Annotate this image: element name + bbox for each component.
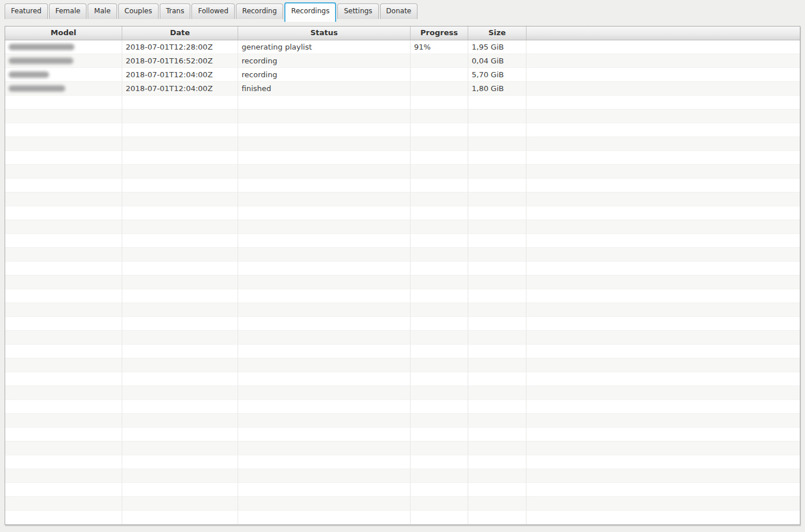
cell-filler	[526, 372, 800, 386]
cell-progress	[411, 483, 468, 497]
tab-featured[interactable]: Featured	[5, 3, 48, 19]
cell-progress	[411, 442, 468, 455]
column-header-date[interactable]: Date	[122, 27, 238, 40]
cell-size	[468, 220, 526, 234]
cell-date: 2018-07-01T12:28:00Z	[122, 40, 238, 54]
cell-status: recording	[238, 54, 411, 68]
column-header-status[interactable]: Status	[238, 27, 411, 40]
redacted-model-name	[9, 44, 74, 50]
tab-donate[interactable]: Donate	[380, 3, 418, 19]
cell-date	[122, 137, 238, 151]
cell-filler	[526, 317, 800, 331]
cell-filler	[526, 303, 800, 317]
cell-date	[122, 123, 238, 137]
cell-filler	[526, 442, 800, 455]
cell-filler	[526, 469, 800, 483]
recording-row[interactable]: 2018-07-01T16:52:00Zrecording0,04 GiB	[5, 54, 800, 68]
tab-male[interactable]: Male	[88, 3, 116, 19]
cell-date	[122, 331, 238, 345]
cell-size: 5,70 GiB	[468, 68, 526, 82]
cell-filler	[526, 345, 800, 359]
tab-female[interactable]: Female	[49, 3, 86, 19]
cell-progress	[411, 151, 468, 165]
cell-progress	[411, 386, 468, 400]
cell-model	[5, 220, 122, 234]
cell-model	[5, 289, 122, 303]
empty-row	[5, 386, 800, 400]
empty-row	[5, 303, 800, 317]
cell-filler	[526, 96, 800, 110]
tab-recordings[interactable]: Recordings	[284, 2, 336, 22]
cell-model	[5, 206, 122, 220]
cell-size	[468, 400, 526, 414]
cell-date	[122, 442, 238, 455]
cell-progress	[411, 317, 468, 331]
cell-date	[122, 206, 238, 220]
cell-date	[122, 345, 238, 359]
cell-progress: 91%	[411, 40, 468, 54]
tab-couples[interactable]: Couples	[118, 3, 159, 19]
cell-progress	[411, 428, 468, 442]
cell-progress	[411, 414, 468, 428]
tab-followed[interactable]: Followed	[191, 3, 235, 19]
cell-status	[238, 151, 411, 165]
cell-date	[122, 372, 238, 386]
empty-row	[5, 400, 800, 414]
cell-filler	[526, 68, 800, 82]
recording-row[interactable]: 2018-07-01T12:04:00Zrecording5,70 GiB	[5, 68, 800, 82]
cell-date	[122, 483, 238, 497]
tab-recording[interactable]: Recording	[236, 3, 283, 19]
cell-size	[468, 262, 526, 276]
cell-status	[238, 248, 411, 262]
recording-row[interactable]: 2018-07-01T12:28:00Zgenerating playlist9…	[5, 40, 800, 54]
column-header-progress[interactable]: Progress	[411, 27, 468, 40]
column-header-model[interactable]: Model	[5, 27, 122, 40]
cell-status	[238, 386, 411, 400]
empty-row	[5, 331, 800, 345]
cell-filler	[526, 455, 800, 469]
cell-size	[468, 303, 526, 317]
empty-row	[5, 151, 800, 165]
table-header-row: ModelDateStatusProgressSize	[5, 27, 800, 40]
cell-status	[238, 428, 411, 442]
cell-status	[238, 359, 411, 372]
cell-progress	[411, 345, 468, 359]
cell-progress	[411, 262, 468, 276]
cell-model	[5, 137, 122, 151]
cell-filler	[526, 289, 800, 303]
cell-filler	[526, 123, 800, 137]
empty-row	[5, 497, 800, 511]
cell-size	[468, 483, 526, 497]
cell-filler	[526, 40, 800, 54]
empty-row	[5, 220, 800, 234]
cell-model	[5, 372, 122, 386]
column-header-size[interactable]: Size	[468, 27, 526, 40]
cell-date	[122, 289, 238, 303]
empty-row	[5, 110, 800, 123]
cell-size	[468, 151, 526, 165]
cell-model	[5, 331, 122, 345]
cell-status	[238, 262, 411, 276]
empty-row	[5, 234, 800, 248]
cell-status	[238, 455, 411, 469]
tab-trans[interactable]: Trans	[160, 3, 191, 19]
cell-filler	[526, 54, 800, 68]
cell-date	[122, 359, 238, 372]
cell-filler	[526, 276, 800, 289]
cell-filler	[526, 497, 800, 511]
cell-size	[468, 179, 526, 193]
empty-row	[5, 372, 800, 386]
cell-filler	[526, 248, 800, 262]
cell-progress	[411, 331, 468, 345]
cell-progress	[411, 179, 468, 193]
cell-filler	[526, 511, 800, 525]
cell-date	[122, 400, 238, 414]
cell-status	[238, 442, 411, 455]
cell-date	[122, 386, 238, 400]
tab-settings[interactable]: Settings	[337, 3, 378, 19]
recording-row[interactable]: 2018-07-01T12:04:00Zfinished1,80 GiB	[5, 82, 800, 96]
redacted-model-name	[9, 85, 65, 92]
cell-progress	[411, 469, 468, 483]
empty-row	[5, 511, 800, 525]
cell-date	[122, 428, 238, 442]
